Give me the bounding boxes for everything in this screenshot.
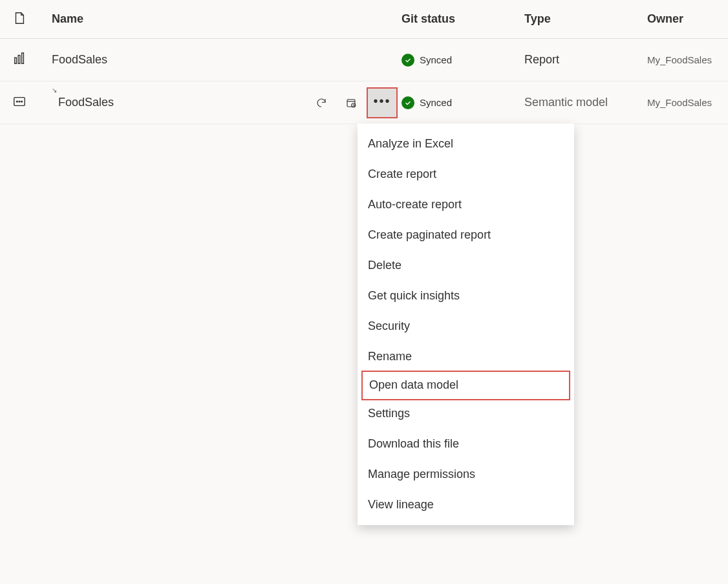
menu-item-security[interactable]: Security xyxy=(358,311,574,341)
schedule-refresh-button[interactable] xyxy=(337,89,365,117)
svg-rect-2 xyxy=(22,53,24,64)
item-name-text: FoodSales xyxy=(52,53,107,67)
column-header-row: Name Git status Type Owner xyxy=(0,0,728,39)
owner-cell: My_FoodSales xyxy=(647,97,728,108)
column-header-type[interactable]: Type xyxy=(524,12,647,26)
menu-item-open-data-model[interactable]: Open data model xyxy=(361,371,570,400)
item-type-icon-cell xyxy=(0,52,39,68)
owner-cell: My_FoodSales xyxy=(647,54,728,65)
svg-rect-1 xyxy=(18,56,20,64)
menu-item-view-lineage[interactable]: View lineage xyxy=(358,490,574,520)
type-cell: Semantic model xyxy=(524,96,647,109)
type-cell: Report xyxy=(524,53,647,67)
svg-point-5 xyxy=(19,101,20,102)
item-name-text: FoodSales xyxy=(58,96,114,109)
calendar-refresh-icon xyxy=(345,97,357,109)
menu-item-download[interactable]: Download this file xyxy=(358,429,574,459)
menu-item-create-report[interactable]: Create report xyxy=(358,159,574,189)
column-header-item-icon xyxy=(0,11,39,27)
git-status-text: Synced xyxy=(420,54,452,65)
link-indicator-icon: ↘ xyxy=(52,87,57,94)
report-icon xyxy=(12,52,27,68)
menu-item-quick-insights[interactable]: Get quick insights xyxy=(358,281,574,311)
item-name[interactable]: ↘ FoodSales xyxy=(39,96,305,109)
semantic-model-icon xyxy=(12,94,27,111)
git-status-cell: Synced xyxy=(401,96,524,109)
more-options-button[interactable]: ••• xyxy=(368,89,396,117)
menu-item-analyze-excel[interactable]: Analyze in Excel xyxy=(358,129,574,159)
table-row[interactable]: FoodSales Synced Report My_FoodSales xyxy=(0,39,728,81)
refresh-button[interactable] xyxy=(307,89,336,117)
menu-item-auto-create-report[interactable]: Auto-create report xyxy=(358,189,574,220)
menu-item-manage-permissions[interactable]: Manage permissions xyxy=(358,459,574,490)
column-header-owner[interactable]: Owner xyxy=(647,12,728,26)
column-header-git-status[interactable]: Git status xyxy=(401,12,524,26)
svg-point-6 xyxy=(21,101,23,102)
svg-rect-0 xyxy=(15,58,17,63)
more-options-highlight: ••• xyxy=(367,87,398,118)
refresh-icon xyxy=(316,97,327,109)
table-row[interactable]: ↘ FoodSales ••• Synced Semantic model My… xyxy=(0,81,728,124)
ellipsis-icon: ••• xyxy=(373,101,391,105)
git-status-cell: Synced xyxy=(401,54,524,67)
menu-item-settings[interactable]: Settings xyxy=(358,398,574,429)
menu-item-create-paginated-report[interactable]: Create paginated report xyxy=(358,220,574,250)
synced-check-icon xyxy=(401,96,414,109)
git-status-text: Synced xyxy=(420,97,452,108)
item-name[interactable]: FoodSales xyxy=(39,53,305,67)
item-type-icon-cell xyxy=(0,94,39,111)
file-icon xyxy=(12,11,27,27)
context-menu: Analyze in Excel Create report Auto-crea… xyxy=(358,124,574,525)
svg-point-4 xyxy=(16,101,17,102)
row-actions: ••• xyxy=(305,87,401,118)
menu-item-rename[interactable]: Rename xyxy=(358,341,574,372)
menu-item-delete[interactable]: Delete xyxy=(358,250,574,281)
column-header-name[interactable]: Name xyxy=(39,12,305,26)
synced-check-icon xyxy=(401,54,414,67)
